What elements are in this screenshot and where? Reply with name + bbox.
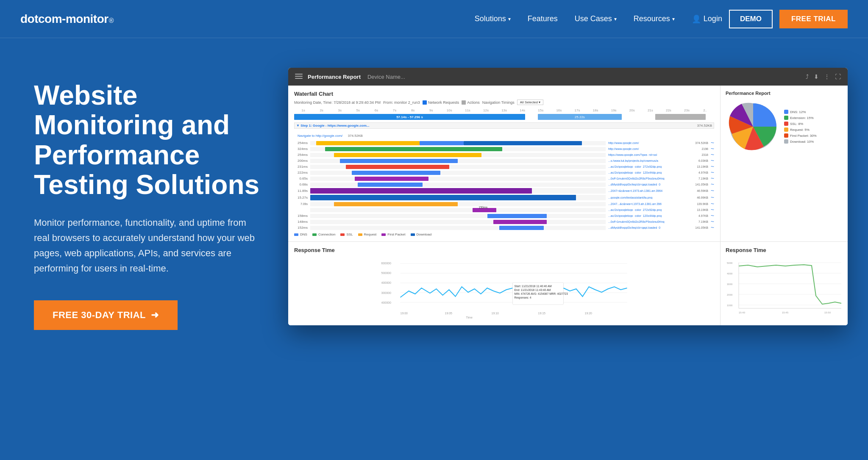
time-ruler: 1s 2s 3s 5s 6s 7s 8s 9s 10s 11s 12s 13s … xyxy=(294,108,714,112)
nav-resources[interactable]: Resources ▾ xyxy=(634,14,675,23)
legend-ssl: SSL xyxy=(340,233,353,236)
dashboard-title: Performance Report xyxy=(308,74,361,80)
table-row: 148ms ...0oFr1mukm0Qn6d2o2R8cP9ocbnu0Hnq… xyxy=(294,219,714,224)
response-time-chart-2: 5000 4000 3000 2000 1000 xyxy=(726,258,843,317)
nav-features[interactable]: Features xyxy=(528,14,558,23)
legend-first-packet-dot xyxy=(381,233,386,236)
svg-text:19:15: 19:15 xyxy=(538,312,546,315)
wave-icon-15: 〜 xyxy=(711,225,714,230)
svg-text:1000: 1000 xyxy=(727,304,733,307)
wave-icon-13: 〜 xyxy=(711,213,714,218)
hero-title: Website Monitoring and Performance Testi… xyxy=(34,80,263,200)
time-bar-gray xyxy=(655,114,706,120)
cta-button[interactable]: FREE 30-DAY TRIAL ➜ xyxy=(34,300,178,330)
svg-text:End:    11/21/2018 11:43:40 AM: End: 11/21/2018 11:43:40 AM xyxy=(515,288,551,291)
waterfall-legend: DNS Connection SSL Request xyxy=(294,233,714,236)
expand-icon[interactable]: ⛶ xyxy=(835,73,841,80)
legend-item: SSL: 8% xyxy=(784,122,817,126)
legend-request: Request xyxy=(358,233,377,236)
pie-legend: DNS: 12% Extension: 15% SSL: 8% xyxy=(784,110,817,144)
login-button[interactable]: 👤 Login xyxy=(692,14,722,24)
legend-request-dot xyxy=(358,233,362,236)
svg-text:15:40: 15:40 xyxy=(739,311,746,314)
chevron-down-icon-3: ▾ xyxy=(672,16,675,22)
table-row: 222ms ...ac/2x/googlelogo_color_120x44dp… xyxy=(294,170,714,175)
table-row: 200ms ...s:/www.tut.by/projects-by/craem… xyxy=(294,158,714,163)
wave-icon-5: 〜 xyxy=(711,164,714,169)
table-row: 254ms https://www.google.com/?gws_rd=ssl… xyxy=(294,152,714,157)
wave-icon-10: 〜 xyxy=(711,195,714,200)
dashboard-titlebar: Performance Report Device Name... ⤴ ⬇ ⋮ … xyxy=(288,68,848,86)
all-selected-label: All Selected ▾ xyxy=(517,100,543,105)
meta-date: Monitoring Date, Time: 7/28/2018 at 9:29… xyxy=(294,100,381,105)
performance-report-panel: Performance Report xyxy=(721,86,848,242)
wave-icon-9: 〜 xyxy=(711,188,714,193)
main-content: Website Monitoring and Performance Testi… xyxy=(0,38,868,364)
wave-icon-11: 〜 xyxy=(711,202,714,206)
demo-button[interactable]: DEMO xyxy=(729,10,773,28)
dashboard-body: Waterfall Chart Monitoring Date, Time: 7… xyxy=(288,86,848,325)
chevron-down-icon: ▾ xyxy=(508,16,511,22)
waterfall-title: Waterfall Chart xyxy=(294,91,714,97)
table-row: 7.09s ...2047...&c&rwa=t.1973.ah.1381.ar… xyxy=(294,202,714,206)
svg-text:Time: Time xyxy=(466,316,473,319)
titlebar-actions: ⤴ ⬇ ⋮ ⛶ xyxy=(806,73,841,80)
navigate-row: Navigate to http://google.com/ 374.52KB xyxy=(294,130,714,139)
waterfall-panel: Waterfall Chart Monitoring Date, Time: 7… xyxy=(288,86,721,242)
pie-chart-area: DNS: 12% Extension: 15% SSL: 8% xyxy=(726,99,843,154)
free-trial-button[interactable]: FREE TRIAL xyxy=(779,10,848,28)
perf-panel-title: Performance Report xyxy=(726,91,843,96)
table-row: 15.27s ...google.com/textassistant/ta.pn… xyxy=(294,195,714,200)
response-time-panel-bottom-left: Response Time 600000 500000 400000 30000… xyxy=(288,242,721,325)
logo[interactable]: dotcom-monitor ® xyxy=(20,12,114,26)
legend-dns: DNS xyxy=(294,233,307,236)
legend-ssl-dot xyxy=(340,233,345,236)
left-side: Website Monitoring and Performance Testi… xyxy=(34,64,263,330)
response-time-title: Response Time xyxy=(294,247,714,253)
wave-icon-7: 〜 xyxy=(711,176,714,181)
time-highlight-bar: 57.14s - 57.296 s xyxy=(294,114,525,120)
legend-item: Download: 10% xyxy=(784,139,817,144)
logo-reg: ® xyxy=(109,17,114,25)
svg-text:400000: 400000 xyxy=(381,281,391,284)
svg-text:15:45: 15:45 xyxy=(782,311,789,314)
time-highlight-bar2: 25.22s xyxy=(538,114,622,120)
time-label-total: 25.22s xyxy=(575,115,585,119)
actions-label: Actions xyxy=(462,100,480,105)
svg-text:15:50: 15:50 xyxy=(824,311,831,314)
more-icon[interactable]: ⋮ xyxy=(824,73,830,80)
nav-solutions[interactable]: Solutions ▾ xyxy=(475,14,511,23)
header: dotcom-monitor ® Solutions ▾ Features Us… xyxy=(0,0,868,38)
dashboard-device: Device Name... xyxy=(367,74,405,80)
time-highlight-label: 57.14s - 57.296 s xyxy=(396,115,423,119)
legend-item: Request: 5% xyxy=(784,127,817,132)
wave-icon-3: 〜 xyxy=(711,152,714,157)
pie-chart xyxy=(726,99,781,154)
legend-download-dot xyxy=(411,233,415,236)
nav-use-cases[interactable]: Use Cases ▾ xyxy=(575,14,617,23)
wave-icon-14: 〜 xyxy=(711,219,714,224)
legend-connection-dot xyxy=(312,233,317,236)
table-row: 231ms ...ac/2x/googlelogo_color_272x92dp… xyxy=(294,164,714,169)
legend-item: DNS: 12% xyxy=(784,110,817,114)
svg-text:500000: 500000 xyxy=(381,272,391,274)
wave-icon-2: 〜 xyxy=(711,147,714,151)
response-time-chart: 600000 500000 400000 300000 400000 xyxy=(294,259,714,319)
share-icon[interactable]: ⤴ xyxy=(806,73,809,80)
main-nav: Solutions ▾ Features Use Cases ▾ Resourc… xyxy=(475,14,675,23)
download-icon[interactable]: ⬇ xyxy=(814,73,819,80)
legend-item: Extension: 15% xyxy=(784,116,817,120)
table-row: 324ms http://www.google.com/ 2198 〜 xyxy=(294,147,714,151)
legend-first-packet: First Packet xyxy=(381,233,405,236)
dashboard-window: Performance Report Device Name... ⤴ ⬇ ⋮ … xyxy=(288,68,848,325)
checkbox-network xyxy=(423,100,427,105)
wave-icon-12: 〜 xyxy=(711,208,714,212)
table-row: 0.68s ...dMysb8hxppl3x/leg/cb=gapi.loade… xyxy=(294,182,714,187)
svg-text:600000: 600000 xyxy=(381,262,391,265)
wave-icon-6: 〜 xyxy=(711,170,714,175)
legend-dns-dot xyxy=(294,233,298,236)
legend-item: First Packet: 30% xyxy=(784,133,817,138)
legend-download: Download xyxy=(411,233,432,236)
response-time-panel-bottom-right: Response Time 5000 4000 3000 2000 1000 xyxy=(721,242,848,325)
svg-text:3000: 3000 xyxy=(727,283,733,285)
